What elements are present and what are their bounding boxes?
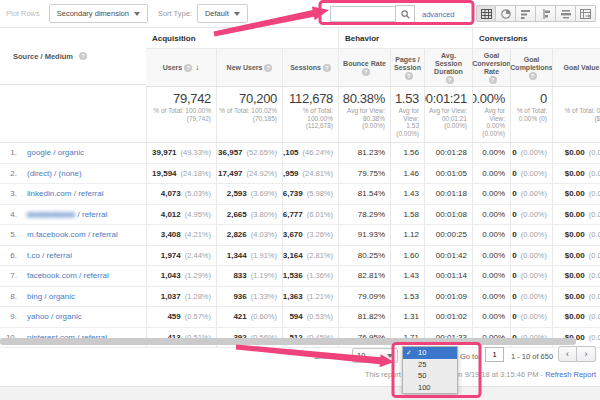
help-icon[interactable]: ?	[79, 52, 87, 60]
show-rows-select[interactable]: 10	[352, 348, 398, 363]
users-cell: 19,594(24.18%)	[146, 164, 216, 184]
metric-value: 0	[512, 169, 516, 178]
refresh-report-link[interactable]: Refresh Report	[545, 370, 596, 379]
term-cloud-view-button[interactable]	[556, 5, 576, 22]
source-medium-link[interactable]: m.facebook.com / referral	[27, 230, 118, 239]
goal-value-cell: $0.00(0.00%)	[552, 307, 600, 327]
help-icon[interactable]: ?	[446, 76, 454, 84]
source-medium-link[interactable]: facebook.com / referral	[27, 271, 109, 280]
column-header-goal-value[interactable]: Goal Value?	[552, 49, 600, 86]
source-medium-link[interactable]: linkedin.com / referral	[27, 189, 103, 198]
pivot-view-button[interactable]	[576, 5, 596, 22]
previous-page-button[interactable]: ‹	[558, 346, 577, 362]
metric-value: 0.00%	[482, 148, 505, 157]
metric-percent: (52.65%)	[247, 148, 277, 157]
column-header-bounce-rate[interactable]: Bounce Rate?	[338, 49, 390, 86]
metric-percent: (0.00%)	[521, 189, 547, 198]
sessions-cell: 3,164(2.81%)	[282, 246, 338, 266]
total-users: 79,742% of Total: 100.00% (79,742)	[146, 87, 216, 142]
column-header-avg-session-duration[interactable]: Avg. Session Duration?	[424, 49, 472, 86]
help-icon[interactable]: ?	[529, 72, 537, 80]
help-icon[interactable]: ?	[489, 76, 497, 84]
row-index: 1.	[0, 148, 17, 157]
secondary-dimension-button[interactable]: Secondary dimension	[49, 4, 148, 23]
new-users-cell: 2,826(4.03%)	[216, 225, 282, 245]
metric-percent: (1.91%)	[251, 251, 277, 260]
sort-type-button[interactable]: Default	[197, 4, 248, 23]
goal-conversion-rate-cell: 0.00%	[472, 266, 510, 286]
metric-percent: (0.00%)	[589, 169, 600, 178]
search-input[interactable]	[330, 6, 395, 22]
performance-view-button[interactable]	[516, 5, 536, 22]
metric-value: $0.00	[565, 230, 585, 239]
metric-percent: (0.00%)	[589, 271, 600, 280]
group-behavior: Behavior	[338, 28, 472, 48]
table-row: 3.linkedin.com / referral4,073(5.03%)2,5…	[0, 184, 600, 205]
goal-value-cell: $0.00(0.00%)	[552, 205, 600, 225]
source-medium-link[interactable]: ■■■■■■■■■■ / referral	[27, 210, 107, 219]
chevron-down-icon	[134, 12, 140, 16]
metric-value: 0	[512, 148, 516, 157]
source-medium-link[interactable]: t.co / referral	[27, 251, 72, 260]
percentage-view-button[interactable]	[496, 5, 516, 22]
metric-value: 421	[233, 312, 246, 321]
term-cloud-view-icon	[561, 9, 571, 19]
metric-percent: (24.81%)	[303, 169, 333, 178]
source-medium-link[interactable]: (direct) / (none)	[27, 169, 82, 178]
metric-percent: (0.53%)	[307, 312, 333, 321]
plot-rows-button[interactable]: Plot Rows	[6, 9, 40, 18]
help-icon[interactable]: ?	[362, 68, 370, 76]
total-goal-completions: 0% of Total: 0.00% (0)	[510, 87, 552, 142]
metric-percent: (1.28%)	[185, 292, 211, 301]
column-header-goal-completions[interactable]: Goal Completions?	[510, 49, 552, 86]
total-new-users: 70,200% of Total: 100.02% (70,185)	[216, 87, 282, 142]
metric-percent: (1.29%)	[185, 271, 211, 280]
metric-value: 00:01:42	[436, 251, 467, 260]
metric-value: 1.56	[403, 148, 419, 157]
advanced-search-link[interactable]: advanced	[422, 10, 455, 19]
metric-percent: (5.03%)	[185, 189, 211, 198]
horizontal-scrollbar[interactable]	[0, 338, 576, 345]
goal-conversion-rate-cell: 0.00%	[472, 184, 510, 204]
source-medium-link[interactable]: yahoo / organic	[27, 312, 82, 321]
pages-session-cell: 1.60	[390, 246, 424, 266]
goto-page-input[interactable]	[485, 347, 504, 362]
metric-percent: (0.00%)	[589, 148, 600, 157]
show-rows-option-10[interactable]: ✓10	[403, 347, 457, 359]
table-view-button[interactable]	[476, 5, 496, 22]
show-rows-option-25[interactable]: 25	[403, 359, 457, 371]
next-page-button[interactable]: ›	[577, 346, 596, 362]
goal-value-cell: $0.00(0.00%)	[552, 225, 600, 245]
search-button[interactable]	[395, 5, 415, 23]
comparison-view-button[interactable]	[536, 5, 556, 22]
metric-percent: (0.00%)	[521, 210, 547, 219]
show-rows-option-50[interactable]: 50	[403, 370, 457, 382]
help-icon[interactable]: ?	[184, 64, 192, 72]
sessions-cell: 3,670(3.26%)	[282, 225, 338, 245]
metric-value: 2,593	[227, 189, 247, 198]
goal-completions-cell: 0(0.00%)	[510, 246, 552, 266]
pages-session-cell: 1.43	[390, 266, 424, 286]
chevron-down-icon	[234, 12, 240, 16]
metric-value: 17,497	[218, 169, 242, 178]
show-rows-option-100[interactable]: 100	[403, 382, 457, 394]
help-icon[interactable]: ?	[264, 64, 272, 72]
column-header-source-medium[interactable]: Source / Medium ?	[0, 28, 146, 85]
column-header-users[interactable]: Users?↓	[146, 49, 216, 86]
metric-value: 0	[512, 271, 516, 280]
pages-session-cell: 1.31	[390, 307, 424, 327]
source-medium-link[interactable]: bing / organic	[27, 292, 75, 301]
source-medium-link[interactable]: google / organic	[27, 148, 84, 157]
metric-percent: (1.21%)	[307, 292, 333, 301]
metric-value: 81.54%	[358, 189, 385, 198]
users-cell: 4,073(5.03%)	[146, 184, 216, 204]
metric-value: 1.58	[403, 210, 419, 219]
help-icon[interactable]: ?	[405, 72, 413, 80]
help-icon[interactable]: ?	[323, 64, 331, 72]
column-header-new-users[interactable]: New Users?	[216, 49, 282, 86]
metric-value: $0.00	[565, 189, 585, 198]
column-header-pages-session[interactable]: Pages / Session?	[390, 49, 424, 86]
column-header-goal-conversion-rate[interactable]: Goal Conversion Rate?	[472, 49, 510, 86]
column-header-sessions[interactable]: Sessions?	[282, 49, 338, 86]
metric-value: 0	[512, 312, 516, 321]
